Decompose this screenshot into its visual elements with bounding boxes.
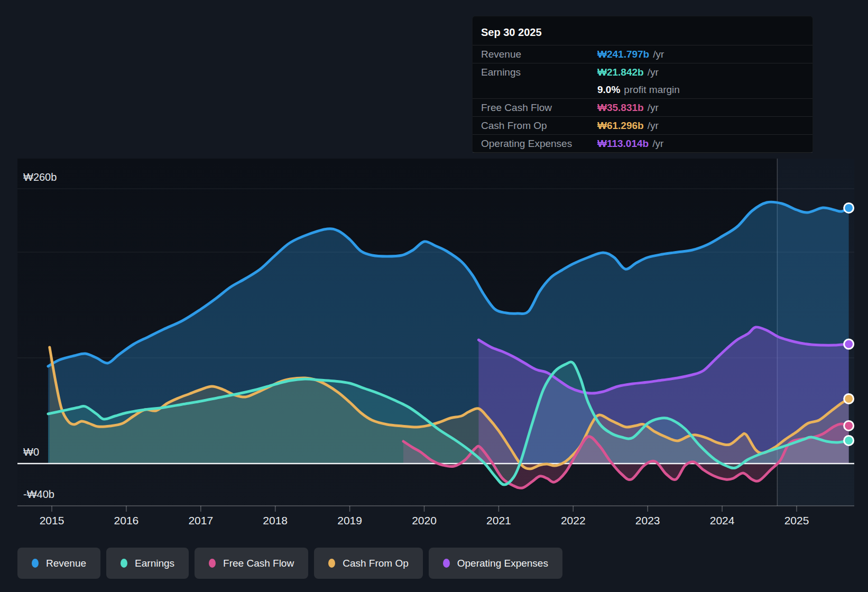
opex-end-dot[interactable]	[844, 339, 854, 349]
free-cash-flow-dot-icon	[209, 559, 216, 568]
tooltip-value: 9.0%	[597, 84, 620, 96]
tooltip-value: ₩113.014b	[597, 138, 649, 150]
tooltip-suffix: profit margin	[624, 84, 680, 96]
financial-history-chart-screen: ₩260b₩0-₩40b2015201620172018201920202021…	[0, 0, 868, 592]
cashop-end-dot[interactable]	[844, 394, 854, 403]
tooltip-suffix: /yr	[648, 120, 659, 132]
operating-expenses-dot-icon	[443, 559, 450, 568]
tooltip-label: Earnings	[481, 67, 597, 78]
tooltip-suffix: /yr	[653, 49, 664, 60]
tooltip-label: Free Cash Flow	[481, 102, 597, 114]
tooltip-row-operating-expenses: Operating Expenses ₩113.014b /yr	[473, 134, 812, 153]
legend-label: Cash From Op	[343, 558, 409, 569]
x-axis-label: 2018	[263, 514, 288, 526]
x-axis-label: 2015	[40, 514, 64, 526]
x-axis-label: 2016	[114, 514, 139, 526]
x-axis-label: 2019	[337, 514, 362, 526]
revenue-dot-icon	[32, 559, 39, 568]
tooltip-label: Revenue	[481, 49, 597, 60]
legend-label: Free Cash Flow	[223, 558, 294, 569]
x-axis-label: 2023	[635, 514, 660, 526]
legend-item-operating-expenses[interactable]: Operating Expenses	[429, 548, 562, 579]
legend-item-earnings[interactable]: Earnings	[106, 548, 189, 579]
tooltip-suffix: /yr	[652, 138, 663, 150]
legend-label: Earnings	[135, 558, 174, 569]
legend-label: Operating Expenses	[457, 558, 548, 569]
tooltip-row-earnings: Earnings ₩21.842b /yr	[473, 63, 812, 81]
revenue-end-dot[interactable]	[844, 203, 854, 212]
tooltip-suffix: /yr	[648, 102, 659, 114]
y-axis-label: ₩260b	[23, 171, 57, 183]
fcf-end-dot[interactable]	[844, 421, 854, 430]
legend-label: Revenue	[46, 558, 86, 569]
chart-tooltip: Sep 30 2025 Revenue ₩241.797b /yr Earnin…	[472, 16, 813, 153]
tooltip-row-cash-from-op: Cash From Op ₩61.296b /yr	[473, 116, 812, 134]
x-axis-label: 2021	[486, 514, 511, 526]
legend-item-cash-from-op[interactable]: Cash From Op	[314, 548, 423, 579]
tooltip-label: Operating Expenses	[481, 138, 597, 150]
tooltip-row-revenue: Revenue ₩241.797b /yr	[473, 45, 812, 63]
tooltip-value: ₩35.831b	[597, 102, 644, 114]
tooltip-value: ₩21.842b	[597, 67, 644, 78]
tooltip-row-free-cash-flow: Free Cash Flow ₩35.831b /yr	[473, 98, 812, 116]
y-axis-label: -₩40b	[23, 488, 54, 500]
legend-item-free-cash-flow[interactable]: Free Cash Flow	[195, 548, 308, 579]
earnings-dot-icon	[121, 559, 127, 568]
tooltip-value: ₩61.296b	[597, 120, 644, 132]
cash-from-op-dot-icon	[328, 559, 335, 568]
tooltip-date: Sep 30 2025	[473, 23, 812, 45]
x-axis-label: 2020	[412, 514, 437, 526]
tooltip-label: Cash From Op	[481, 120, 597, 132]
x-axis-label: 2017	[188, 514, 213, 526]
y-axis-label: ₩0	[23, 446, 39, 458]
tooltip-value: ₩241.797b	[597, 49, 649, 60]
x-axis-label: 2025	[784, 514, 809, 526]
tooltip-row-profit-margin: 9.0% profit margin	[473, 81, 812, 98]
legend-item-revenue[interactable]: Revenue	[17, 548, 100, 579]
x-axis-label: 2022	[561, 514, 586, 526]
earnings-end-dot[interactable]	[844, 436, 854, 445]
x-axis-label: 2024	[710, 514, 735, 526]
chart-legend: Revenue Earnings Free Cash Flow Cash Fro…	[17, 548, 562, 579]
tooltip-suffix: /yr	[648, 67, 659, 78]
